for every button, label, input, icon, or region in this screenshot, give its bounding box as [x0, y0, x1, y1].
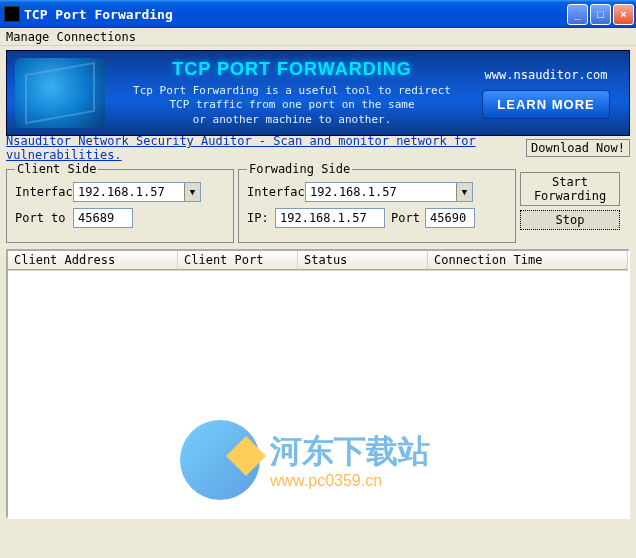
banner-subtitle: Tcp Port Forwarding is a useful tool to …	[113, 84, 471, 127]
col-client-address[interactable]: Client Address	[8, 251, 178, 270]
maximize-button[interactable]: □	[590, 4, 611, 25]
stop-button[interactable]: Stop	[520, 210, 620, 230]
nsauditor-link[interactable]: Nsauditor Network Security Auditor - Sca…	[6, 134, 526, 162]
window-title: TCP Port Forwarding	[24, 7, 567, 22]
list-header: Client Address Client Port Status Connec…	[8, 251, 628, 271]
chevron-down-icon[interactable]: ▼	[184, 183, 200, 201]
forwarding-side-group: Forwading Side Interfac ▼ IP: Port	[238, 162, 516, 243]
chevron-down-icon[interactable]: ▼	[456, 183, 472, 201]
forward-port-input[interactable]	[425, 208, 475, 228]
col-client-port[interactable]: Client Port	[178, 251, 298, 270]
titlebar: TCP Port Forwarding _ □ ×	[0, 0, 636, 28]
client-side-group: Client Side Interfac ▼ Port to	[6, 162, 234, 243]
minimize-button[interactable]: _	[567, 4, 588, 25]
banner-right: www.nsauditor.com LEARN MORE	[471, 68, 621, 119]
banner: TCP PORT FORWARDING Tcp Port Forwarding …	[6, 50, 630, 136]
forward-legend: Forwading Side	[247, 162, 352, 176]
content-area: TCP PORT FORWARDING Tcp Port Forwarding …	[0, 46, 636, 523]
client-port-input[interactable]	[73, 208, 133, 228]
forward-interface-combo[interactable]: ▼	[305, 182, 473, 202]
link-row: Nsauditor Network Security Auditor - Sca…	[6, 138, 630, 158]
banner-graphic	[15, 58, 105, 128]
col-status[interactable]: Status	[298, 251, 428, 270]
banner-title: TCP PORT FORWARDING	[113, 59, 471, 80]
client-interface-combo[interactable]: ▼	[73, 182, 201, 202]
menu-manage-connections[interactable]: Manage Connections	[6, 30, 136, 44]
forward-interface-label: Interfac	[247, 185, 299, 199]
learn-more-button[interactable]: LEARN MORE	[482, 90, 609, 119]
forward-ip-input[interactable]	[275, 208, 385, 228]
client-port-label: Port to	[15, 211, 67, 225]
menubar: Manage Connections	[0, 28, 636, 46]
col-connection-time[interactable]: Connection Time	[428, 251, 628, 270]
forward-ip-label: IP:	[247, 211, 269, 225]
start-forwarding-button[interactable]: Start Forwarding	[520, 172, 620, 206]
client-interface-input[interactable]	[74, 185, 184, 199]
app-icon	[4, 6, 20, 22]
banner-text: TCP PORT FORWARDING Tcp Port Forwarding …	[113, 59, 471, 127]
connection-list: Client Address Client Port Status Connec…	[6, 249, 630, 519]
forward-port-label: Port	[391, 211, 419, 225]
action-buttons: Start Forwarding Stop	[520, 162, 620, 243]
client-legend: Client Side	[15, 162, 98, 176]
forward-interface-input[interactable]	[306, 185, 456, 199]
close-button[interactable]: ×	[613, 4, 634, 25]
config-groups: Client Side Interfac ▼ Port to Forwading…	[6, 162, 630, 243]
client-interface-label: Interfac	[15, 185, 67, 199]
window-buttons: _ □ ×	[567, 4, 634, 25]
banner-url: www.nsauditor.com	[471, 68, 621, 82]
download-now-button[interactable]: Download Now!	[526, 139, 630, 157]
